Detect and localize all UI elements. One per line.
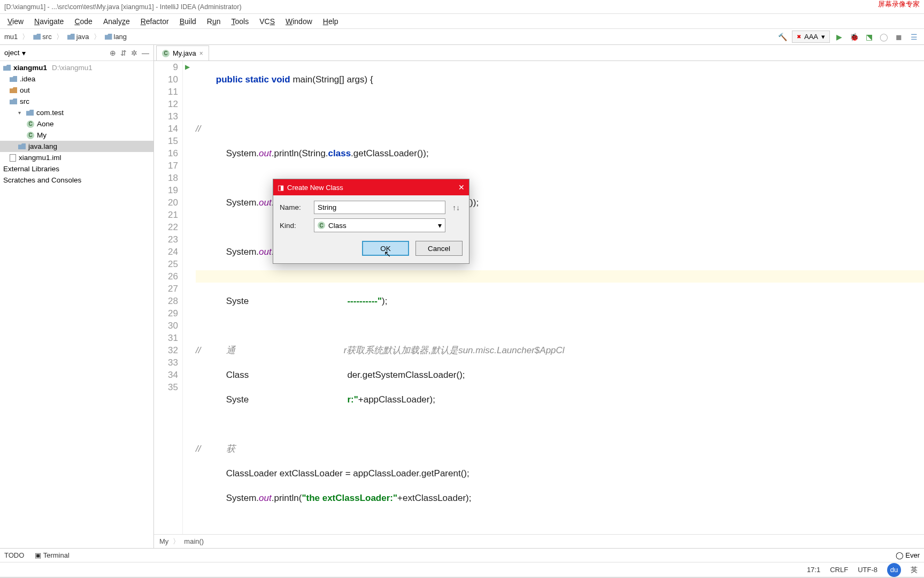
run-icon[interactable]: ▶ bbox=[183, 61, 191, 73]
collapse-icon[interactable]: ⇵ bbox=[120, 49, 127, 57]
tree-scratches[interactable]: Scratches and Consoles bbox=[0, 174, 153, 186]
watermark: 屏幕录像专家 bbox=[878, 0, 920, 9]
editor-area: C My.java × 910 1112 1314 1516 1718 1920… bbox=[154, 45, 924, 548]
file-icon bbox=[10, 154, 16, 162]
bottom-bar: TODO ▣ Terminal ◯ Ever bbox=[0, 548, 924, 562]
class-icon: C bbox=[27, 132, 34, 139]
structure-button[interactable]: ☰ bbox=[908, 31, 920, 43]
tree-project-root[interactable]: xiangmu1 D:\xiangmu1 bbox=[0, 62, 153, 73]
status-bar: 17:1 CRLF UTF-8 du 英 bbox=[0, 562, 924, 577]
kind-select[interactable]: C Class ▾ bbox=[314, 218, 445, 232]
class-icon: C bbox=[162, 50, 170, 57]
menu-tools[interactable]: Tools bbox=[226, 15, 255, 28]
tree-out[interactable]: out bbox=[0, 85, 153, 96]
editor-breadcrumb: My 〉 main() bbox=[154, 534, 924, 548]
chevron-down-icon[interactable]: ▾ bbox=[22, 49, 26, 57]
gear-icon[interactable]: ✲ bbox=[131, 49, 137, 57]
toolbar-right: 🔨 ✖ AAA ▾ ▶ 🐞 ⬔ ◯ ◼ ☰ bbox=[777, 31, 922, 43]
menu-run[interactable]: Run bbox=[202, 15, 226, 28]
breadcrumb: mu1 〉 src 〉 java 〉 lang bbox=[2, 32, 129, 42]
intellij-icon: ◨ bbox=[278, 184, 284, 192]
create-class-dialog: ◨ Create New Class ✕ Name: ↑↓ Kind: C Cl… bbox=[273, 179, 469, 264]
build-button[interactable]: 🔨 bbox=[777, 31, 789, 43]
breadcrumb-lang[interactable]: lang bbox=[103, 32, 129, 42]
coverage-button[interactable]: ⬔ bbox=[863, 31, 875, 43]
code-content[interactable]: public static void main(String[] args) {… bbox=[191, 61, 924, 534]
baidu-icon[interactable]: du bbox=[887, 563, 901, 577]
line-ending[interactable]: CRLF bbox=[830, 566, 848, 574]
editor-tabs: C My.java × bbox=[154, 45, 924, 61]
project-tree: xiangmu1 D:\xiangmu1 .idea out src ▾com.… bbox=[0, 61, 153, 548]
run-gutter: ▶ bbox=[183, 61, 191, 534]
folder-icon bbox=[10, 76, 17, 82]
run-config-select[interactable]: ✖ AAA ▾ bbox=[792, 31, 830, 43]
tree-src[interactable]: src bbox=[0, 96, 153, 107]
menu-bar: View Navigate Code Analyze Refactor Buil… bbox=[0, 14, 924, 29]
close-icon[interactable]: ✕ bbox=[458, 183, 465, 192]
menu-help[interactable]: Help bbox=[318, 15, 344, 28]
tree-my[interactable]: CMy bbox=[0, 130, 153, 141]
todo-tab[interactable]: TODO bbox=[4, 551, 24, 559]
menu-vcs[interactable]: VCS bbox=[254, 15, 280, 28]
folder-icon bbox=[10, 98, 17, 104]
tab-myjava[interactable]: C My.java × bbox=[156, 45, 209, 60]
title-bar: [D:\xiangmu1] - ...\src\com\test\My.java… bbox=[0, 0, 924, 14]
folder-icon bbox=[33, 34, 41, 40]
dialog-titlebar[interactable]: ◨ Create New Class ✕ bbox=[273, 179, 469, 195]
hide-icon[interactable]: — bbox=[142, 49, 149, 57]
nav-class[interactable]: My bbox=[159, 537, 168, 545]
breadcrumb-project[interactable]: mu1 bbox=[2, 32, 20, 42]
run-config-name: AAA bbox=[804, 33, 818, 41]
caret-position: 17:1 bbox=[807, 566, 820, 574]
main-area: oject ▾ ⊕ ⇵ ✲ — xiangmu1 D:\xiangmu1 .id… bbox=[0, 45, 924, 548]
toolbar: mu1 〉 src 〉 java 〉 lang 🔨 ✖ AAA ▾ ▶ 🐞 ⬔ … bbox=[0, 29, 924, 45]
ok-button[interactable]: OK bbox=[362, 241, 409, 256]
tab-label: My.java bbox=[173, 49, 196, 57]
kind-value: Class bbox=[328, 222, 346, 230]
chevron-down-icon: ▾ bbox=[821, 33, 825, 41]
run-button[interactable]: ▶ bbox=[833, 31, 845, 43]
menu-code[interactable]: Code bbox=[69, 15, 97, 28]
sidebar-header: oject ▾ ⊕ ⇵ ✲ — bbox=[0, 45, 153, 61]
sort-icon[interactable]: ↑↓ bbox=[450, 203, 463, 212]
tree-javalang[interactable]: java.lang bbox=[0, 141, 153, 152]
name-input[interactable] bbox=[314, 201, 445, 214]
sidebar-title[interactable]: oject bbox=[4, 49, 20, 57]
close-icon[interactable]: × bbox=[199, 50, 203, 57]
project-sidebar: oject ▾ ⊕ ⇵ ✲ — xiangmu1 D:\xiangmu1 .id… bbox=[0, 45, 154, 548]
breadcrumb-java[interactable]: java bbox=[65, 32, 91, 42]
code-editor[interactable]: 910 1112 1314 1516 1718 1920 2122 2324 2… bbox=[154, 61, 924, 534]
menu-build[interactable]: Build bbox=[174, 15, 202, 28]
tree-idea[interactable]: .idea bbox=[0, 73, 153, 85]
window-title: [D:\xiangmu1] - ...\src\com\test\My.java… bbox=[4, 3, 242, 11]
chevron-down-icon: ▾ bbox=[438, 221, 442, 230]
dialog-title: Create New Class bbox=[287, 184, 343, 192]
folder-icon bbox=[3, 65, 11, 71]
debug-button[interactable]: 🐞 bbox=[848, 31, 860, 43]
eventlog-tab[interactable]: ◯ Ever bbox=[896, 551, 920, 559]
chevron-down-icon: ▾ bbox=[18, 110, 24, 116]
class-icon: C bbox=[318, 222, 325, 229]
menu-window[interactable]: Window bbox=[280, 15, 318, 28]
cancel-button[interactable]: Cancel bbox=[415, 241, 463, 256]
breadcrumb-src[interactable]: src bbox=[31, 32, 53, 42]
terminal-tab[interactable]: ▣ Terminal bbox=[35, 551, 70, 559]
tree-comtest[interactable]: ▾com.test bbox=[0, 107, 153, 118]
name-label: Name: bbox=[280, 203, 310, 211]
stop-button[interactable]: ◼ bbox=[893, 31, 905, 43]
target-icon[interactable]: ⊕ bbox=[110, 49, 116, 57]
encoding[interactable]: UTF-8 bbox=[858, 566, 877, 574]
package-icon bbox=[18, 143, 26, 149]
tree-iml[interactable]: xiangmu1.iml bbox=[0, 152, 153, 163]
ime-indicator[interactable]: 英 bbox=[911, 565, 918, 575]
nav-method[interactable]: main() bbox=[184, 537, 204, 545]
menu-refactor[interactable]: Refactor bbox=[135, 15, 174, 28]
menu-analyze[interactable]: Analyze bbox=[98, 15, 135, 28]
menu-navigate[interactable]: Navigate bbox=[29, 15, 69, 28]
profile-button[interactable]: ◯ bbox=[878, 31, 890, 43]
tree-external-libs[interactable]: External Libraries bbox=[0, 163, 153, 174]
tree-aone[interactable]: CAone bbox=[0, 118, 153, 130]
menu-view[interactable]: View bbox=[2, 15, 29, 28]
folder-icon bbox=[67, 34, 75, 40]
error-icon: ✖ bbox=[797, 34, 801, 40]
